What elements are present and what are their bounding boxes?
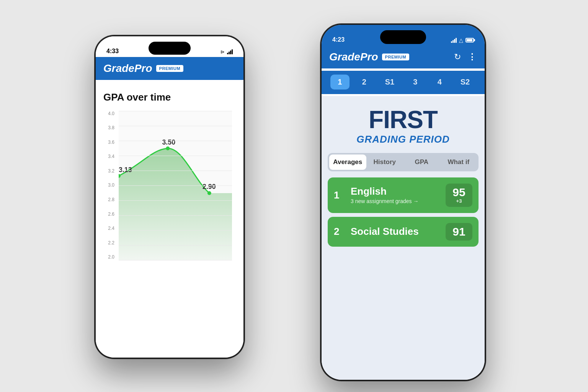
- front-app-logo: GradePro PREMIUM: [329, 51, 409, 63]
- back-premium-badge: PREMIUM: [156, 65, 183, 72]
- chart-label-1: 3.13: [119, 166, 132, 173]
- refresh-icon[interactable]: ↻: [454, 52, 461, 62]
- dynamic-island-back: [149, 42, 191, 55]
- tab-period-4[interactable]: 4: [430, 75, 449, 89]
- phone-back: 4:33 ⊳ GradePro PREMIUM: [95, 36, 244, 358]
- front-premium-badge: PREMIUM: [382, 54, 409, 60]
- back-app-logo: GradePro PREMIUM: [103, 62, 183, 75]
- chart-point-2: [166, 146, 170, 150]
- wifi-icon: △: [459, 37, 463, 43]
- back-status-icons: ⊳: [220, 49, 233, 55]
- chart-point-3: [207, 191, 211, 195]
- chart-label-2: 3.50: [162, 138, 175, 146]
- front-status-icons: △: [451, 37, 474, 43]
- back-time: 4:33: [106, 48, 119, 55]
- tab-period-1[interactable]: 1: [330, 75, 350, 89]
- y-axis: 4.0 3.8 3.6 3.4 3.2 3.0 2.8 2.6 2.4 2.2 …: [103, 111, 117, 260]
- course-row-socialstudies[interactable]: 2 Social Studies 91: [328, 217, 479, 247]
- front-logo-text: GradePro: [329, 51, 378, 63]
- period-title-main: FIRST: [329, 107, 477, 132]
- tab-period-s1[interactable]: S1: [379, 75, 400, 89]
- tab-period-2[interactable]: 2: [354, 75, 374, 89]
- back-main-content: GPA over time 4.0 3.8 3.6 3.4 3.2 3.0 2.…: [96, 82, 243, 358]
- course-info-english: English 3 new assignment grades →: [351, 186, 440, 204]
- dynamic-island-front: [380, 30, 426, 44]
- front-app-header: GradePro PREMIUM ↻ ⋮: [322, 46, 485, 68]
- phone-front: 4:23 △ GradeP: [321, 24, 485, 381]
- course-number-2: 2: [334, 226, 345, 237]
- chart-title: GPA over time: [103, 91, 236, 103]
- battery-icon: [466, 38, 474, 42]
- location-icon: ⊳: [220, 49, 225, 55]
- more-icon[interactable]: ⋮: [468, 52, 477, 62]
- course-info-socialstudies: Social Studies: [351, 226, 440, 237]
- period-title-section: FIRST GRADING PERIOD: [322, 96, 485, 153]
- signal-icon-front: [451, 37, 457, 43]
- back-app-header: GradePro PREMIUM: [96, 57, 243, 80]
- course-number-1: 1: [334, 189, 345, 201]
- subtab-history[interactable]: History: [366, 155, 403, 170]
- front-time: 4:23: [332, 36, 345, 43]
- sub-tabs: Averages History GPA What if: [328, 153, 479, 171]
- course-row-english[interactable]: 1 English 3 new assignment grades → 95 +…: [328, 177, 479, 213]
- grade-value-socialstudies: 91: [451, 226, 467, 237]
- subtab-averages[interactable]: Averages: [329, 155, 366, 170]
- chart-plot: 3.13 3.50 2.90: [119, 111, 232, 260]
- tab-period-3[interactable]: 3: [406, 75, 425, 89]
- course-subtitle-english: 3 new assignment grades →: [351, 198, 440, 204]
- grade-value-english: 95: [451, 187, 467, 198]
- subtab-whatif[interactable]: What if: [440, 155, 477, 170]
- back-logo-text: GradePro: [103, 62, 152, 75]
- phones-container: 4:33 ⊳ GradePro PREMIUM: [83, 24, 505, 368]
- course-name-socialstudies: Social Studies: [351, 226, 440, 237]
- signal-icon-back: [227, 49, 233, 54]
- chart-area: 4.0 3.8 3.6 3.4 3.2 3.0 2.8 2.6 2.4 2.2 …: [103, 111, 236, 272]
- main-content: FIRST GRADING PERIOD Averages History GP…: [322, 96, 485, 380]
- tab-period-s2[interactable]: S2: [454, 75, 476, 89]
- period-tabs: 1 2 S1 3 4 S2: [322, 71, 485, 94]
- course-name-english: English: [351, 186, 440, 197]
- subtab-gpa[interactable]: GPA: [403, 155, 440, 170]
- grade-delta-english: +3: [451, 198, 467, 204]
- course-grade-english: 95 +3: [446, 184, 472, 207]
- period-title-sub: GRADING PERIOD: [329, 133, 477, 145]
- course-grade-socialstudies: 91: [446, 223, 472, 241]
- chart-label-3: 2.90: [203, 182, 216, 190]
- header-actions: ↻ ⋮: [454, 52, 477, 62]
